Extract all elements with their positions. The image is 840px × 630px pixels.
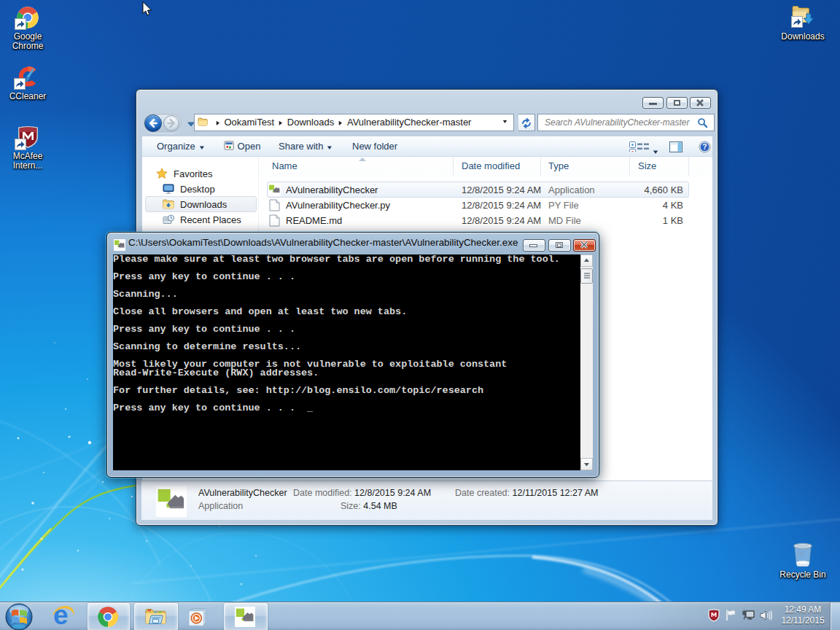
svg-text:?: ? bbox=[702, 143, 707, 151]
